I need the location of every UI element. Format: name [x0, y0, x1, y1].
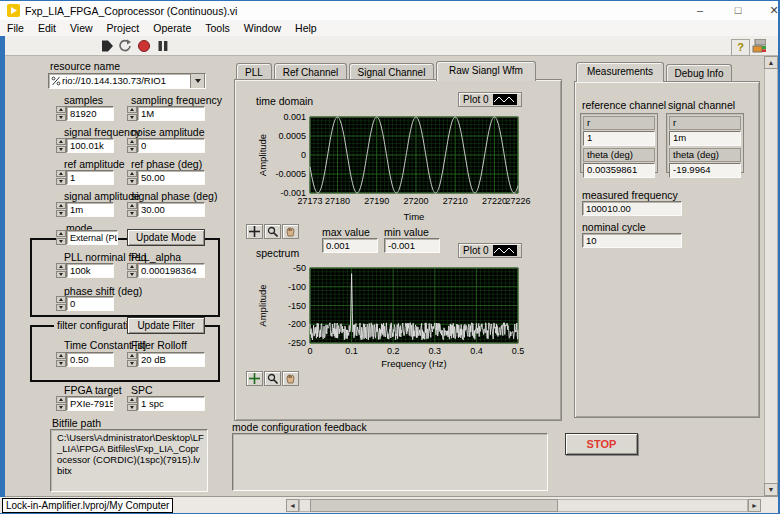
signal-amplitude-stepper[interactable] [56, 202, 66, 217]
svg-text:27226: 27226 [505, 196, 530, 206]
sampling-frequency-stepper[interactable] [127, 106, 137, 121]
signal-amplitude-input[interactable]: 1m [66, 202, 114, 217]
menu-file[interactable]: File [0, 22, 31, 34]
ref-amplitude-input[interactable]: 1 [66, 170, 114, 185]
noise-amplitude-stepper[interactable] [127, 138, 137, 153]
cursor-move-icon[interactable] [246, 371, 263, 386]
fpga-target-input[interactable]: PXIe-7915 [66, 396, 114, 411]
project-context[interactable]: Lock-in-Amplifier.lvproj/My Computer [2, 498, 173, 513]
svg-text:27200: 27200 [403, 196, 428, 206]
menu-view[interactable]: View [63, 22, 100, 34]
chevron-down-icon[interactable] [190, 73, 205, 89]
resource-name-value[interactable]: rio://10.144.130.73/RIO1 [62, 75, 190, 87]
pll-nominal-freq-stepper[interactable] [56, 263, 66, 278]
bitfile-path-input[interactable]: C:\Users\Administrator\Desktop\LF_LIA\FP… [50, 429, 208, 492]
reference-channel-cluster: r 1 theta (deg) 0.00359861 [580, 113, 658, 173]
zoom-icon[interactable] [264, 224, 281, 239]
phase-shift-stepper[interactable] [56, 296, 66, 311]
time-domain-graph[interactable]: 271732718027190272002721027220272260.001… [248, 110, 540, 226]
menu-bar: File Edit View Project Operate Tools Win… [0, 20, 780, 36]
help-icon[interactable]: ? [731, 39, 750, 56]
spectrum-graph[interactable]: 00.10.20.30.40.5-50-100-150-200-250Frequ… [248, 261, 540, 373]
cursor-move-icon[interactable] [246, 224, 263, 239]
plot-line-icon [493, 245, 517, 256]
vertical-scrollbar[interactable] [764, 56, 778, 496]
time-constant-stepper[interactable] [56, 352, 66, 367]
spectrum-label: spectrum [256, 247, 299, 259]
update-mode-button[interactable]: Update Mode [127, 229, 205, 246]
spectrum-legend[interactable]: Plot 0 [458, 243, 522, 258]
pll-alpha-stepper[interactable] [127, 263, 137, 278]
nominal-cycle-indicator: 10 [582, 233, 682, 248]
svg-text:-0.0005: -0.0005 [275, 169, 306, 179]
noise-amplitude-input[interactable]: 0 [137, 138, 205, 153]
menu-edit[interactable]: Edit [31, 22, 63, 34]
ref-phase-stepper[interactable] [127, 170, 137, 185]
filter-rolloff-input[interactable]: 20 dB [137, 352, 205, 367]
scroll-left-icon[interactable]: ◄ [286, 499, 299, 512]
spc-input[interactable]: 1 spc [137, 396, 205, 411]
stop-button[interactable]: STOP [565, 433, 638, 455]
resource-name-combo[interactable]: rio://10.144.130.73/RIO1 [48, 73, 206, 89]
title-bar: Fxp_LIA_FPGA_Coprocessor (Continuous).vi… [0, 0, 780, 20]
scroll-right-icon[interactable]: ► [748, 499, 761, 512]
time-domain-label: time domain [256, 95, 313, 107]
labview-icon [7, 4, 20, 17]
run-icon[interactable] [100, 39, 114, 53]
signal-phase-stepper[interactable] [127, 202, 137, 217]
maximize-button[interactable]: □ [722, 1, 754, 20]
ref-amplitude-stepper[interactable] [56, 170, 66, 185]
ref-phase-input[interactable]: 50.00 [137, 170, 205, 185]
measured-frequency-label: measured frequency [582, 189, 678, 201]
pan-icon[interactable] [282, 224, 299, 239]
spc-stepper[interactable] [127, 396, 137, 411]
filter-rolloff-stepper[interactable] [127, 352, 137, 367]
pause-icon[interactable] [156, 39, 170, 53]
pan-icon[interactable] [282, 371, 299, 386]
resource-name-label: resource name [50, 60, 120, 72]
update-filter-button[interactable]: Update Filter [127, 317, 205, 334]
zoom-icon[interactable] [264, 371, 281, 386]
signal-frequency-input[interactable]: 100.01k [66, 138, 114, 153]
scroll-up-icon[interactable]: ▲ [764, 56, 778, 69]
mode-stepper[interactable] [56, 230, 66, 245]
menu-project[interactable]: Project [100, 22, 147, 34]
mode-select[interactable]: External (PLL) [66, 230, 118, 245]
close-button[interactable]: ✕ [758, 1, 780, 20]
tab-measurements[interactable]: Measurements [576, 62, 664, 82]
signal-phase-input[interactable]: 30.00 [137, 202, 205, 217]
svg-text:Time: Time [404, 211, 425, 222]
window-border-left [0, 36, 5, 497]
sampling-frequency-input[interactable]: 1M [137, 106, 205, 121]
samples-input[interactable]: 81920 [66, 106, 114, 121]
menu-tools[interactable]: Tools [198, 22, 237, 34]
signal-frequency-stepper[interactable] [56, 138, 66, 153]
svg-text:0.3: 0.3 [429, 346, 442, 356]
time-constant-input[interactable]: 0.50 [66, 352, 114, 367]
status-bar: Lock-in-Amplifier.lvproj/My Computer ◄ ► [0, 496, 780, 514]
pll-alpha-input[interactable]: 0.000198364 [137, 263, 205, 278]
time-domain-legend[interactable]: Plot 0 [458, 92, 522, 107]
window-title: Fxp_LIA_FPGA_Coprocessor (Continuous).vi [25, 5, 237, 17]
minimize-button[interactable]: – [684, 1, 716, 20]
pll-nominal-freq-input[interactable]: 100k [66, 263, 114, 278]
svg-text:27190: 27190 [364, 196, 389, 206]
scroll-down-icon[interactable]: ▼ [764, 483, 778, 496]
svg-text:-0.001: -0.001 [280, 188, 306, 198]
run-continuous-icon[interactable] [118, 39, 132, 53]
sampling-frequency-label: sampling frequency [131, 94, 222, 106]
svg-text:0.2: 0.2 [387, 346, 400, 356]
tab-debug-info[interactable]: Debug Info [666, 64, 732, 82]
fpga-target-stepper[interactable] [56, 396, 66, 411]
abort-icon[interactable] [137, 39, 151, 53]
phase-shift-input[interactable]: 0 [66, 296, 114, 311]
menu-help[interactable]: Help [288, 22, 324, 34]
tab-raw-signal-wfm[interactable]: Raw Siangl Wfm [436, 61, 536, 81]
signal-frequency-label: signal frequency [64, 126, 140, 138]
menu-window[interactable]: Window [237, 22, 288, 34]
context-help-icon[interactable] [752, 39, 766, 53]
samples-stepper[interactable] [56, 106, 66, 121]
horizontal-scrollbar-thumb[interactable] [310, 499, 558, 512]
menu-operate[interactable]: Operate [146, 22, 198, 34]
svg-text:0.0005: 0.0005 [278, 131, 306, 141]
